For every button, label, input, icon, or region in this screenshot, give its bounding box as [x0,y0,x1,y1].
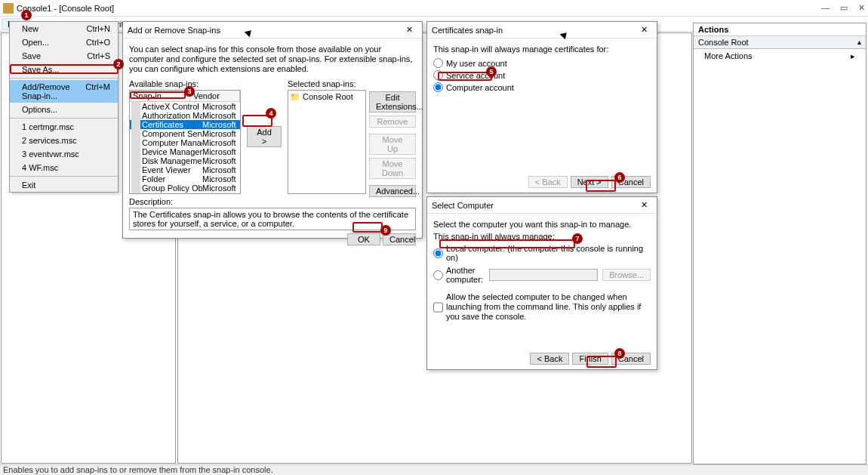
file-new[interactable]: NewCtrl+N [10,22,118,35]
opt-service-account[interactable]: Service account [433,70,651,80]
window-titlebar: Console1 - [Console Root] — ▭ ✕ [0,0,868,17]
back-button[interactable]: < Back [530,353,569,365]
minimize-button[interactable]: — [821,3,830,13]
list-item[interactable]: Disk ManagementMicrosoft and... [130,156,240,165]
ok-button[interactable]: OK [347,233,380,245]
back-button: < Back [528,176,568,188]
actions-pane: Actions Console Root ▴ More Actions ▸ [693,23,866,464]
recent-2[interactable]: 2 services.msc [10,134,118,147]
move-up-button: Move Up [369,134,416,155]
available-snapins-list[interactable]: Snap-inVendor ActiveX ControlMicrosoft C… [129,90,241,194]
file-save[interactable]: SaveCtrl+S [10,49,118,63]
file-save-as[interactable]: Save As... [10,63,118,76]
close-button[interactable]: ✕ [858,3,865,13]
list-item[interactable]: FolderMicrosoft Cor... [130,174,240,184]
dialog-titlebar: Add or Remove Snap-ins ✕ [123,22,422,39]
app-icon [3,3,14,14]
file-open[interactable]: Open...Ctrl+O [10,35,118,49]
opt-another-computer[interactable]: Another computer: [433,266,485,284]
add-remove-snapins-dialog: Add or Remove Snap-ins ✕ You can select … [122,21,423,239]
description-text: The Certificates snap-in allows you to b… [129,208,416,230]
next-button[interactable]: Next > [571,176,608,188]
file-menu-dropdown: NewCtrl+N Open...Ctrl+O SaveCtrl+S Save … [9,21,119,193]
close-icon[interactable]: ✕ [402,25,417,35]
window-title: Console1 - [Console Root] [17,4,821,13]
statusbar: Enables you to add snap-ins to or remove… [0,464,868,475]
close-icon[interactable]: ✕ [636,25,652,35]
list-item[interactable]: Component ServicesMicrosoft Cor... [130,129,240,138]
dialog-titlebar: Certificates snap-in ✕ [427,22,657,39]
snapin-icon [131,102,140,111]
dialog-title: Select Computer [432,201,636,210]
list-item[interactable]: Device ManagerMicrosoft Cor... [130,147,240,156]
snapin-icon [131,111,140,120]
snapin-icon [131,156,140,165]
list-item[interactable]: Authorization ManagerMicrosoft Cor... [130,111,240,120]
another-computer-field [489,269,598,281]
snapin-icon [131,147,140,156]
close-icon[interactable]: ✕ [636,200,652,210]
separator [10,176,118,177]
sub-label: This snap-in will always manage: [433,232,651,241]
selected-snapins-tree[interactable]: 📁 Console Root [288,90,366,194]
list-item[interactable]: ActiveX ControlMicrosoft Cor... [130,102,240,111]
dialog-title: Add or Remove Snap-ins [128,26,402,35]
col-snapin[interactable]: Snap-in [130,91,190,101]
more-actions-link[interactable]: More Actions ▸ [694,49,866,63]
edit-extensions-button[interactable]: Edit Extensions... [369,91,416,113]
collapse-icon[interactable]: ▴ [857,38,861,47]
cancel-button[interactable]: Cancel [611,176,651,188]
maximize-button[interactable]: ▭ [840,3,848,13]
allow-change-checkbox[interactable] [433,292,443,322]
allow-change-label: Allow the selected computer to be change… [446,292,651,322]
recent-1[interactable]: 1 certmgr.msc [10,120,118,134]
snapin-icon [131,129,140,138]
file-add-remove-snapin[interactable]: Add/Remove Snap-in...Ctrl+M [10,80,118,103]
actions-section[interactable]: Console Root ▴ [694,36,866,49]
cancel-button[interactable]: Cancel [611,353,651,365]
window-controls: — ▭ ✕ [821,3,865,13]
list-item[interactable]: Computer Managem...Microsoft Cor... [130,138,240,147]
folder-icon: 📁 [290,92,300,101]
list-item[interactable]: Event ViewerMicrosoft Cor... [130,165,240,174]
recent-3[interactable]: 3 eventvwr.msc [10,147,118,161]
dialog-titlebar: Select Computer ✕ [427,197,657,214]
file-options[interactable]: Options... [10,103,118,116]
opt-user-account[interactable]: My user account [433,58,651,68]
list-item[interactable]: Hyper-V ManagerMicrosoft Cor... [130,193,240,194]
advanced-button[interactable]: Advanced... [369,185,416,197]
recent-4[interactable]: 4 WF.msc [10,161,118,174]
radio-service[interactable] [433,70,443,80]
radio-local[interactable] [433,248,443,258]
console-root-node[interactable]: Console Root [303,92,353,101]
actions-header: Actions [694,23,866,36]
radio-user[interactable] [433,58,443,68]
opt-computer-account[interactable]: Computer account [433,82,651,92]
file-exit[interactable]: Exit [10,178,118,192]
list-item-certificates[interactable]: CertificatesMicrosoft Cor... [130,120,240,129]
cancel-button[interactable]: Cancel [383,233,416,245]
add-button[interactable]: Add > [247,126,282,147]
description-label: Description: [129,197,416,206]
certificates-snapin-dialog: Certificates snap-in ✕ This snap-in will… [426,21,657,193]
select-computer-dialog: Select Computer ✕ Select the computer yo… [426,196,657,370]
snapin-icon [131,174,140,184]
remove-button: Remove [369,116,416,128]
radio-another[interactable] [433,270,443,280]
opt-local-computer[interactable]: Local computer: (the computer this conso… [433,244,651,262]
move-down-button: Move Down [369,158,416,179]
snapin-icon [131,138,140,147]
snapin-icon [131,184,140,193]
col-vendor[interactable]: Vendor [190,91,240,101]
finish-button[interactable]: Finish [572,353,608,365]
snapin-icon [131,193,140,194]
radio-computer[interactable] [433,82,443,92]
chevron-right-icon: ▸ [851,51,855,61]
section-label: Console Root [698,38,749,47]
header-text: Select the computer you want this snap-i… [433,220,651,229]
list-item[interactable]: Group Policy Object ...Microsoft Cor... [130,184,240,193]
separator [10,78,118,79]
dialog-title: Certificates snap-in [432,26,636,35]
intro-text: You can select snap-ins for this console… [129,45,416,75]
snapin-icon [131,165,140,174]
